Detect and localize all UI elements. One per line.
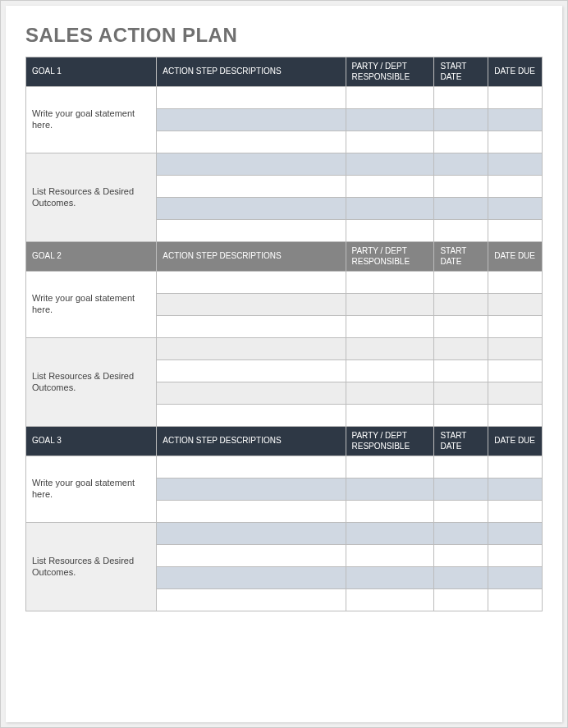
party-cell[interactable] [346,198,434,220]
action-cell[interactable] [157,589,346,611]
start-cell[interactable] [434,131,488,153]
party-cell[interactable] [346,316,434,338]
due-cell[interactable] [488,198,543,220]
action-cell[interactable] [157,523,346,545]
col-due: DATE DUE [488,427,543,456]
due-cell[interactable] [488,153,543,176]
col-start: START DATE [434,242,488,272]
start-cell[interactable] [434,478,488,501]
action-cell[interactable] [157,382,346,405]
start-cell[interactable] [434,360,488,382]
due-cell[interactable] [488,294,543,316]
due-cell[interactable] [488,87,543,109]
start-cell[interactable] [434,198,488,220]
party-cell[interactable] [346,294,434,316]
party-cell[interactable] [346,87,434,109]
sales-plan-table: GOAL 1 ACTION STEP DESCRIPTIONS PARTY / … [25,57,543,611]
action-cell[interactable] [157,567,346,589]
due-cell[interactable] [488,405,543,427]
due-cell[interactable] [488,360,543,382]
action-cell[interactable] [157,153,346,176]
due-cell[interactable] [488,272,543,294]
start-cell[interactable] [434,405,488,427]
party-cell[interactable] [346,567,434,589]
party-cell[interactable] [346,405,434,427]
due-cell[interactable] [488,109,543,131]
start-cell[interactable] [434,109,488,131]
due-cell[interactable] [488,567,543,589]
start-cell[interactable] [434,294,488,316]
action-cell[interactable] [157,220,346,242]
action-cell[interactable] [157,294,346,316]
party-cell[interactable] [346,360,434,382]
party-cell[interactable] [346,153,434,176]
action-cell[interactable] [157,87,346,109]
start-cell[interactable] [434,545,488,567]
due-cell[interactable] [488,316,543,338]
party-cell[interactable] [346,478,434,501]
action-cell[interactable] [157,456,346,478]
action-cell[interactable] [157,405,346,427]
action-cell[interactable] [157,360,346,382]
party-cell[interactable] [346,589,434,611]
start-cell[interactable] [434,589,488,611]
due-cell[interactable] [488,131,543,153]
due-cell[interactable] [488,382,543,405]
col-party: PARTY / DEPT RESPONSIBLE [346,57,434,87]
party-cell[interactable] [346,545,434,567]
action-cell[interactable] [157,501,346,523]
action-cell[interactable] [157,338,346,360]
start-cell[interactable] [434,153,488,176]
start-cell[interactable] [434,176,488,198]
party-cell[interactable] [346,456,434,478]
goal-section-2: GOAL 2 ACTION STEP DESCRIPTIONS PARTY / … [26,242,543,427]
action-cell[interactable] [157,545,346,567]
start-cell[interactable] [434,220,488,242]
goal-section-1: GOAL 1 ACTION STEP DESCRIPTIONS PARTY / … [26,57,543,242]
goal-statement-cell[interactable]: Write your goal statement here. [26,456,157,523]
due-cell[interactable] [488,176,543,198]
action-cell[interactable] [157,131,346,153]
start-cell[interactable] [434,567,488,589]
start-cell[interactable] [434,338,488,360]
goal-section-3: GOAL 3 ACTION STEP DESCRIPTIONS PARTY / … [26,427,543,611]
col-party: PARTY / DEPT RESPONSIBLE [346,427,434,456]
col-start: START DATE [434,57,488,87]
party-cell[interactable] [346,176,434,198]
action-cell[interactable] [157,478,346,501]
due-cell[interactable] [488,545,543,567]
start-cell[interactable] [434,272,488,294]
party-cell[interactable] [346,220,434,242]
start-cell[interactable] [434,456,488,478]
start-cell[interactable] [434,382,488,405]
action-cell[interactable] [157,176,346,198]
start-cell[interactable] [434,501,488,523]
start-cell[interactable] [434,316,488,338]
due-cell[interactable] [488,501,543,523]
due-cell[interactable] [488,478,543,501]
goal-statement-cell[interactable]: Write your goal statement here. [26,272,157,338]
due-cell[interactable] [488,523,543,545]
start-cell[interactable] [434,523,488,545]
party-cell[interactable] [346,523,434,545]
party-cell[interactable] [346,109,434,131]
due-cell[interactable] [488,456,543,478]
action-cell[interactable] [157,109,346,131]
due-cell[interactable] [488,220,543,242]
resources-cell[interactable]: List Resources & Desired Outcomes. [26,153,157,242]
action-cell[interactable] [157,316,346,338]
action-cell[interactable] [157,272,346,294]
resources-cell[interactable]: List Resources & Desired Outcomes. [26,523,157,611]
due-cell[interactable] [488,338,543,360]
party-cell[interactable] [346,131,434,153]
action-cell[interactable] [157,198,346,220]
party-cell[interactable] [346,501,434,523]
page-title: SALES ACTION PLAN [25,24,543,47]
goal-statement-cell[interactable]: Write your goal statement here. [26,87,157,153]
due-cell[interactable] [488,589,543,611]
start-cell[interactable] [434,87,488,109]
party-cell[interactable] [346,338,434,360]
party-cell[interactable] [346,272,434,294]
party-cell[interactable] [346,382,434,405]
resources-cell[interactable]: List Resources & Desired Outcomes. [26,338,157,427]
